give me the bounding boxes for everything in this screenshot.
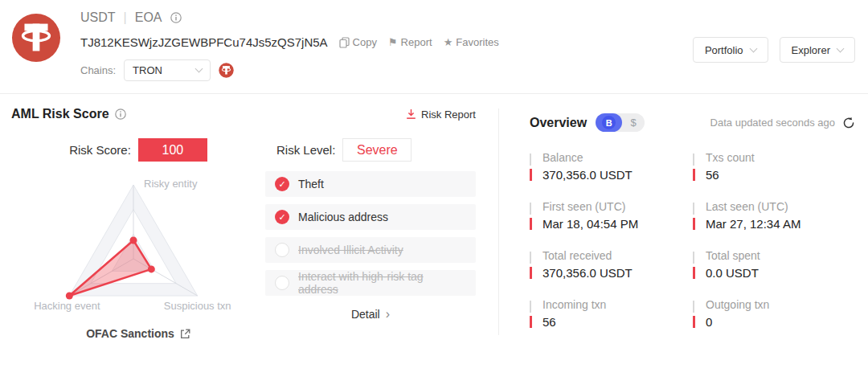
external-link-icon xyxy=(180,329,190,339)
info-icon[interactable] xyxy=(115,109,126,120)
risk-radar-chart: Risky entitySuspicious txnHacking event xyxy=(11,171,265,317)
risk-flag-row[interactable]: Interact with high-risk tag address xyxy=(265,270,476,296)
unchecked-icon xyxy=(275,243,289,257)
stat-marker xyxy=(530,298,532,329)
stat-item: Last seen (UTC)Mar 27, 12:34 AM xyxy=(693,200,855,231)
copy-button[interactable]: Copy xyxy=(339,36,377,48)
detail-link[interactable]: Detail › xyxy=(265,308,476,321)
stat-item: Total spent0.0 USDT xyxy=(693,249,855,280)
stat-value: 56 xyxy=(706,168,755,182)
risk-report-label: Risk Report xyxy=(421,109,476,121)
risk-flag-row[interactable]: ✓Malicious address xyxy=(265,204,476,230)
overview-title: Overview xyxy=(530,116,587,130)
risk-flag-label: Involved Illicit Activity xyxy=(298,244,403,256)
stat-label: Outgoing txn xyxy=(706,298,769,311)
refresh-button[interactable] xyxy=(842,117,855,129)
report-label: Report xyxy=(401,36,432,48)
star-icon: ★ xyxy=(444,37,453,47)
copy-icon xyxy=(339,37,350,48)
wallet-address: TJ812KESWjzJZGEWBPFCu74Js5zQS7jN5A xyxy=(80,35,328,49)
usd-toggle-option[interactable]: $ xyxy=(622,117,645,129)
page-header: USDT | EOA TJ812KESWjzJZGEWBPFCu74Js5zQS… xyxy=(0,0,868,81)
risk-score-value: 100 xyxy=(138,138,207,162)
risk-score-label: Risk Score: xyxy=(69,143,131,157)
aml-title: AML Risk Score xyxy=(11,107,109,121)
detail-label: Detail xyxy=(351,308,380,321)
stat-value: Mar 18, 04:54 PM xyxy=(542,217,638,231)
title-divider: | xyxy=(124,10,127,25)
unchecked-icon xyxy=(275,276,289,290)
radar-axis-label: Risky entity xyxy=(144,178,198,190)
stat-marker xyxy=(693,249,695,280)
stat-item: Txs count56 xyxy=(693,151,855,182)
header-buttons: Portfolio Explorer xyxy=(693,37,855,81)
favorites-label: Favorites xyxy=(456,36,498,48)
stat-item: Outgoing txn0 xyxy=(693,298,855,329)
risk-level-value: Severe xyxy=(342,138,411,162)
explorer-button[interactable]: Explorer xyxy=(780,37,855,63)
address-row: TJ812KESWjzJZGEWBPFCu74Js5zQS7jN5A Copy … xyxy=(80,35,693,49)
stat-label: Last seen (UTC) xyxy=(706,200,800,213)
stat-value: 0 xyxy=(706,315,769,329)
stat-item: Balance370,356.0 USDT xyxy=(530,151,693,182)
stat-value: 56 xyxy=(542,315,606,329)
chains-label: Chains: xyxy=(80,64,116,76)
chevron-down-icon xyxy=(837,44,845,52)
ofac-sanctions-link[interactable]: OFAC Sanctions xyxy=(11,327,265,340)
ofac-label: OFAC Sanctions xyxy=(86,327,174,340)
token-type-row: USDT | EOA xyxy=(80,10,693,25)
stat-label: Balance xyxy=(542,151,633,164)
currency-toggle[interactable]: B $ xyxy=(596,113,645,132)
bitcoin-icon: B xyxy=(602,116,616,129)
stat-item: Total received370,356.0 USDT xyxy=(530,249,693,280)
portfolio-button[interactable]: Portfolio xyxy=(693,37,768,63)
risk-flag-label: Malicious address xyxy=(298,211,388,223)
stat-value: 370,356.0 USDT xyxy=(542,266,633,280)
stat-label: Incoming txn xyxy=(542,298,606,311)
chain-selected-value: TRON xyxy=(133,64,196,76)
aml-panel: AML Risk Score Risk Report Risk Score: 1… xyxy=(0,94,498,340)
stat-marker xyxy=(693,200,695,231)
report-button[interactable]: ⚑ Report xyxy=(388,36,432,48)
risk-level-label: Risk Level: xyxy=(276,143,335,157)
risk-flags-list: ✓Theft✓Malicious addressInvolved Illicit… xyxy=(265,171,498,340)
data-updated-text: Data updated seconds ago xyxy=(710,117,835,129)
chevron-right-icon: › xyxy=(386,308,390,321)
checked-icon: ✓ xyxy=(275,177,289,191)
stat-marker xyxy=(530,151,532,182)
stat-marker xyxy=(530,249,532,280)
risk-flag-label: Theft xyxy=(298,178,324,190)
token-symbol: USDT xyxy=(80,10,116,25)
risk-report-button[interactable]: Risk Report xyxy=(406,109,476,121)
radar-axis-label: Hacking event xyxy=(34,300,100,312)
explorer-label: Explorer xyxy=(792,44,830,56)
stat-label: Txs count xyxy=(706,151,755,164)
checked-icon: ✓ xyxy=(275,210,289,224)
stat-marker xyxy=(693,298,695,329)
stat-value: Mar 27, 12:34 AM xyxy=(706,217,800,231)
stat-label: First seen (UTC) xyxy=(542,200,638,213)
tether-logo xyxy=(11,13,61,63)
info-icon[interactable] xyxy=(170,12,182,23)
flag-icon: ⚑ xyxy=(388,37,398,47)
favorites-button[interactable]: ★ Favorites xyxy=(444,36,499,48)
overview-panel: Overview B $ Data updated seconds ago Ba… xyxy=(498,109,868,335)
stat-marker xyxy=(530,200,532,231)
stat-label: Total spent xyxy=(706,249,760,262)
overview-stats-grid: Balance370,356.0 USDTTxs count56First se… xyxy=(530,151,855,329)
stat-item: First seen (UTC)Mar 18, 04:54 PM xyxy=(530,200,693,231)
btc-toggle-option[interactable]: B xyxy=(596,113,622,132)
risk-flag-row[interactable]: ✓Theft xyxy=(265,171,476,197)
risk-flag-row[interactable]: Involved Illicit Activity xyxy=(265,237,476,263)
chains-row: Chains: TRON xyxy=(80,59,693,81)
copy-label: Copy xyxy=(353,36,377,48)
tether-chain-icon xyxy=(219,63,234,78)
chain-select[interactable]: TRON xyxy=(124,59,211,81)
account-type: EOA xyxy=(135,10,162,25)
portfolio-label: Portfolio xyxy=(705,44,743,56)
stat-item: Incoming txn56 xyxy=(530,298,693,329)
chevron-down-icon xyxy=(749,44,757,52)
stat-label: Total received xyxy=(542,249,633,262)
stat-value: 370,356.0 USDT xyxy=(542,168,633,182)
risk-flag-label: Interact with high-risk tag address xyxy=(298,270,466,296)
